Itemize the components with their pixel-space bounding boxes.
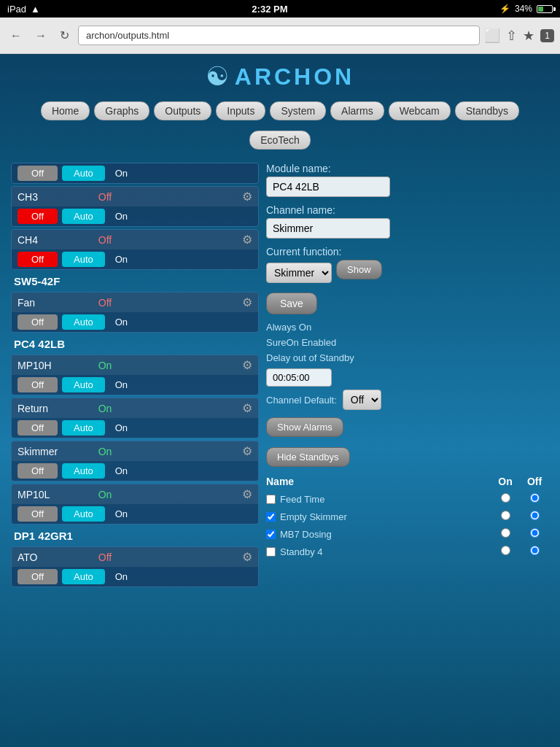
- off-button-ato[interactable]: Off: [18, 569, 58, 584]
- info-text: Always On SureOn Enabled Delay out of St…: [266, 320, 549, 365]
- auto-button-skimmer[interactable]: Auto: [62, 463, 105, 479]
- standbys-col-off: Off: [520, 476, 549, 487]
- function-select[interactable]: Skimmer: [266, 263, 332, 283]
- standby-radio-on-standby4[interactable]: [491, 545, 520, 558]
- standby-check-standby4[interactable]: [266, 547, 276, 557]
- off-button-ch3[interactable]: Off: [18, 209, 58, 224]
- standby-radio-on-mb7dosing[interactable]: [491, 527, 520, 541]
- on-button-skimmer[interactable]: On: [109, 463, 133, 479]
- module-name-label: Module name:: [266, 163, 549, 174]
- battery-pct: 34%: [515, 4, 532, 14]
- gear-button-ch4[interactable]: ⚙: [242, 233, 252, 247]
- auto-button-mp10l[interactable]: Auto: [62, 506, 105, 522]
- standby-radio-off-standby4[interactable]: [520, 545, 549, 558]
- device-section-dp1: DP1 42GR1: [11, 527, 259, 543]
- status-left: iPad ▲: [7, 4, 40, 15]
- nav-home[interactable]: Home: [41, 101, 90, 120]
- nav-inputs[interactable]: Inputs: [216, 101, 265, 120]
- hide-standbys-button[interactable]: Hide Standbys: [266, 447, 350, 467]
- channel-status-skimmer: On: [76, 446, 134, 457]
- on-button-ato[interactable]: On: [109, 569, 133, 584]
- bluetooth-icon: ⚡: [499, 4, 510, 14]
- off-button-fan[interactable]: Off: [18, 314, 58, 330]
- share-icon[interactable]: ⬜: [484, 28, 500, 44]
- channel-block-mp10h: MP10H On ⚙ Off Auto On: [11, 355, 259, 395]
- on-button-1[interactable]: On: [109, 166, 133, 181]
- module-name-input[interactable]: [266, 177, 390, 197]
- standby-radio-on-feedtime[interactable]: [491, 492, 520, 506]
- left-panel: Off Auto On CH3 Off ⚙ Off Auto On CH4 Of…: [11, 163, 259, 589]
- status-bar: iPad ▲ 2:32 PM ⚡ 34%: [0, 0, 560, 18]
- on-button-ch3[interactable]: On: [109, 209, 133, 224]
- standby-radio-on-emptyskimmer[interactable]: [491, 510, 520, 523]
- save-button[interactable]: Save: [266, 293, 317, 314]
- right-panel: Module name: Channel name: Current funct…: [266, 163, 549, 589]
- channel-default-select[interactable]: Off: [343, 390, 381, 410]
- nav-system[interactable]: System: [270, 101, 326, 120]
- nav-graphs[interactable]: Graphs: [94, 101, 149, 120]
- device-header-sw5: SW5-42F: [11, 272, 259, 289]
- bookmark-icon[interactable]: ★: [523, 28, 534, 44]
- off-button-skimmer[interactable]: Off: [18, 463, 58, 479]
- url-bar[interactable]: [78, 26, 480, 45]
- auto-button-mp10h[interactable]: Auto: [62, 377, 105, 392]
- upload-icon[interactable]: ⇧: [506, 28, 517, 44]
- standby-radio-off-mb7dosing[interactable]: [520, 527, 549, 541]
- gear-button-mp10l[interactable]: ⚙: [242, 487, 252, 501]
- standby-check-mb7dosing[interactable]: [266, 530, 276, 539]
- auto-button-ato[interactable]: Auto: [62, 569, 105, 584]
- auto-button-return[interactable]: Auto: [62, 420, 105, 436]
- tab-count[interactable]: 1: [540, 29, 554, 42]
- show-alarms-button[interactable]: Show Alarms: [266, 417, 343, 437]
- auto-button-ch3[interactable]: Auto: [62, 209, 105, 224]
- gear-button-ch3[interactable]: ⚙: [242, 190, 252, 204]
- gear-button-skimmer[interactable]: ⚙: [242, 444, 252, 458]
- current-function-label: Current function:: [266, 246, 549, 258]
- refresh-button[interactable]: ↻: [55, 26, 74, 45]
- back-button[interactable]: ←: [6, 26, 26, 45]
- on-button-fan[interactable]: On: [109, 314, 133, 330]
- nav-standbys[interactable]: Standbys: [455, 101, 519, 120]
- on-button-ch4[interactable]: On: [109, 252, 133, 267]
- on-button-return[interactable]: On: [109, 420, 133, 436]
- off-button-1[interactable]: Off: [18, 166, 58, 181]
- off-button-mp10h[interactable]: Off: [18, 377, 58, 392]
- nav-ecotech[interactable]: EcoTech: [249, 131, 311, 150]
- channel-row-return: Return On ⚙: [12, 398, 258, 418]
- status-time: 2:32 PM: [252, 4, 287, 15]
- off-button-mp10l[interactable]: Off: [18, 506, 58, 522]
- standby-radio-off-feedtime[interactable]: [520, 492, 549, 506]
- nav-outputs[interactable]: Outputs: [154, 101, 211, 120]
- forward-button[interactable]: →: [31, 26, 51, 45]
- auto-button-fan[interactable]: Auto: [62, 314, 105, 330]
- channel-name-ato: ATO: [18, 551, 76, 563]
- off-button-ch4[interactable]: Off: [18, 252, 58, 267]
- control-row-ch3: Off Auto On: [12, 206, 258, 226]
- delay-input[interactable]: [266, 368, 332, 387]
- auto-button-1[interactable]: Auto: [62, 166, 105, 181]
- gear-button-fan[interactable]: ⚙: [242, 295, 252, 309]
- standby-check-feedtime[interactable]: [266, 495, 276, 504]
- show-function-button[interactable]: Show: [336, 260, 382, 279]
- channel-row-ch4: CH4 Off ⚙: [12, 230, 258, 249]
- on-button-mp10h[interactable]: On: [109, 377, 133, 392]
- always-on-text: Always On: [266, 320, 549, 336]
- channel-name-input[interactable]: [266, 218, 390, 239]
- browser-bar: ← → ↻ ⬜ ⇧ ★ 1: [0, 18, 560, 54]
- gear-button-return[interactable]: ⚙: [242, 401, 252, 415]
- off-button-return[interactable]: Off: [18, 420, 58, 436]
- standby-check-emptyskimmer[interactable]: [266, 512, 276, 522]
- standby-radio-off-emptyskimmer[interactable]: [520, 510, 549, 523]
- device-header-pc4: PC4 42LB: [11, 335, 259, 352]
- auto-button-ch4[interactable]: Auto: [62, 252, 105, 267]
- channel-block-ch4: CH4 Off ⚙ Off Auto On: [11, 229, 259, 270]
- gear-button-mp10h[interactable]: ⚙: [242, 358, 252, 372]
- nav-alarms[interactable]: Alarms: [330, 101, 384, 120]
- function-dropdown-row: Skimmer Show: [266, 260, 549, 285]
- control-row-ch4: Off Auto On: [12, 249, 258, 269]
- standby-row-standby4: Standby 4: [266, 543, 549, 560]
- nav-webcam[interactable]: Webcam: [389, 101, 451, 120]
- gear-button-ato[interactable]: ⚙: [242, 550, 252, 564]
- channel-block-mp10l: MP10L On ⚙ Off Auto On: [11, 484, 259, 525]
- on-button-mp10l[interactable]: On: [109, 506, 133, 522]
